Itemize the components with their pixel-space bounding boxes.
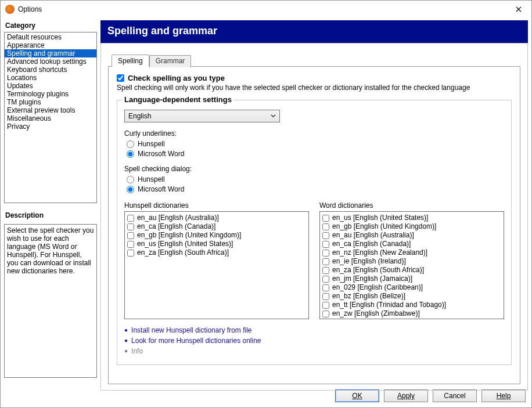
list-item[interactable]: en_nz [English (New Zealand)] xyxy=(322,248,501,257)
list-item-checkbox[interactable] xyxy=(322,250,329,257)
word-dict-list[interactable]: en_us [English (United States)]en_gb [En… xyxy=(319,211,504,319)
hunspell-dict-list[interactable]: en_au [English (Australia)]en_ca [Englis… xyxy=(124,211,309,319)
list-item[interactable]: en_ca [English (Canada)] xyxy=(127,222,306,231)
window-title: Options xyxy=(18,5,42,13)
curly-hunspell-label: Hunspell xyxy=(138,140,165,148)
list-item-label: en_za [English (South Africa)] xyxy=(332,266,424,275)
list-item-checkbox[interactable] xyxy=(322,232,329,239)
list-item-checkbox[interactable] xyxy=(127,241,134,248)
list-item-label: en_ie [English (Ireland)] xyxy=(332,257,406,266)
list-item-checkbox[interactable] xyxy=(322,215,329,222)
list-item[interactable]: en_au [English (Australia)] xyxy=(127,214,306,222)
category-label: Category xyxy=(5,21,97,30)
list-item[interactable]: en_bz [English (Belize)] xyxy=(322,292,501,301)
category-item[interactable]: Advanced lookup settings xyxy=(5,57,96,66)
category-item[interactable]: Miscellaneous xyxy=(5,114,96,122)
ok-button-label: OK xyxy=(352,392,362,400)
list-item-label: en_us [English (United States)] xyxy=(137,240,233,248)
category-item[interactable]: Appearance xyxy=(5,41,96,49)
tabpanel-spelling: Check spelling as you type Spell checkin… xyxy=(108,66,520,384)
category-item[interactable]: Privacy xyxy=(5,122,96,131)
dialog-word-label: Microsoft Word xyxy=(138,185,184,193)
category-item[interactable]: Spelling and grammar xyxy=(5,49,96,57)
list-item[interactable]: en_ie [English (Ireland)] xyxy=(322,257,501,266)
dialog-hunspell-label: Hunspell xyxy=(138,175,165,183)
list-item[interactable]: en_jm [English (Jamaica)] xyxy=(322,275,501,283)
list-item-label: en_za [English (South Africa)] xyxy=(137,248,229,257)
category-item[interactable]: Keyboard shortcuts xyxy=(5,66,96,74)
list-item[interactable]: en_ca [English (Canada)] xyxy=(322,240,501,248)
dialog-word-radio[interactable] xyxy=(127,186,134,193)
list-item-label: en_029 [English (Caribbean)] xyxy=(332,283,423,292)
list-item-checkbox[interactable] xyxy=(322,302,329,309)
list-item[interactable]: en_us [English (United States)] xyxy=(127,240,306,248)
list-item-checkbox[interactable] xyxy=(322,284,329,291)
list-item-checkbox[interactable] xyxy=(127,215,134,222)
language-settings-legend: Language-dependent settings xyxy=(122,95,234,104)
curly-word-row[interactable]: Microsoft Word xyxy=(127,150,504,158)
sidebar: Category Default resourcesAppearanceSpel… xyxy=(4,20,97,385)
category-item[interactable]: Updates xyxy=(5,82,96,90)
category-item[interactable]: Locations xyxy=(5,74,96,82)
list-item-checkbox[interactable] xyxy=(127,250,134,257)
dialog-label: Spell checking dialog: xyxy=(124,165,504,173)
list-item-checkbox[interactable] xyxy=(322,258,329,265)
list-item-label: en_nz [English (New Zealand)] xyxy=(332,248,427,257)
category-item[interactable]: TM plugins xyxy=(5,98,96,106)
list-item-checkbox[interactable] xyxy=(127,223,134,230)
list-item-checkbox[interactable] xyxy=(322,276,329,283)
cancel-button[interactable]: Cancel xyxy=(433,389,477,402)
install-dictionary-link[interactable]: Install new Hunspell dictionary from fil… xyxy=(131,325,251,335)
dialog-word-row[interactable]: Microsoft Word xyxy=(127,185,504,193)
list-item-checkbox[interactable] xyxy=(322,293,329,300)
list-item-label: en_us [English (United States)] xyxy=(332,214,428,222)
list-item-checkbox[interactable] xyxy=(127,232,134,239)
list-item[interactable]: en_gb [English (United Kingdom)] xyxy=(127,231,306,240)
dialog-hunspell-row[interactable]: Hunspell xyxy=(127,175,504,183)
description-label: Description xyxy=(5,211,97,219)
page-title: Spelling and grammar xyxy=(100,20,528,43)
info-link: Info xyxy=(131,346,143,356)
list-item[interactable]: en_za [English (South Africa)] xyxy=(127,248,306,257)
close-icon xyxy=(516,6,522,12)
ok-button[interactable]: OK xyxy=(335,389,379,402)
list-item[interactable]: en_us [English (United States)] xyxy=(322,214,501,222)
tab-spelling[interactable]: Spelling xyxy=(112,55,149,67)
titlebar: Options xyxy=(1,1,531,18)
category-list[interactable]: Default resourcesAppearanceSpelling and … xyxy=(4,32,97,203)
list-item[interactable]: en_za [English (South Africa)] xyxy=(322,266,501,275)
check-spelling-as-you-type[interactable] xyxy=(117,74,124,82)
list-item-checkbox[interactable] xyxy=(322,310,329,317)
apply-button[interactable]: Apply xyxy=(384,389,428,402)
list-item[interactable]: en_tt [English (Trinidad and Tobago)] xyxy=(322,301,501,309)
curly-hunspell-radio[interactable] xyxy=(127,140,134,148)
tab-grammar[interactable]: Grammar xyxy=(149,55,192,67)
curly-hunspell-row[interactable]: Hunspell xyxy=(127,140,504,148)
app-icon xyxy=(5,5,15,14)
category-item[interactable]: Terminology plugins xyxy=(5,90,96,98)
list-item-label: en_gb [English (United Kingdom)] xyxy=(137,231,241,240)
list-item[interactable]: en_029 [English (Caribbean)] xyxy=(322,283,501,292)
check-spelling-as-you-type-label: Check spelling as you type xyxy=(128,74,225,82)
list-item-checkbox[interactable] xyxy=(322,241,329,248)
list-item[interactable]: en_gb [English (United Kingdom)] xyxy=(322,222,501,231)
bullet-icon: ● xyxy=(124,325,128,335)
bullet-icon: ● xyxy=(124,335,128,346)
category-item[interactable]: External preview tools xyxy=(5,106,96,114)
description-text: Select the spell checker you wish to use… xyxy=(4,224,97,378)
list-item-label: en_gb [English (United Kingdom)] xyxy=(332,222,436,231)
curly-underlines-label: Curly underlines: xyxy=(124,129,504,138)
list-item[interactable]: en_au [English (Australia)] xyxy=(322,231,501,240)
list-item-label: en_zw [English (Zimbabwe)] xyxy=(332,309,420,318)
help-button[interactable]: Help xyxy=(481,389,526,402)
curly-word-radio[interactable] xyxy=(127,150,134,158)
language-dropdown[interactable]: English xyxy=(124,110,280,122)
dialog-hunspell-radio[interactable] xyxy=(127,176,134,183)
lookfor-dictionaries-link[interactable]: Look for more Hunspell dictionaries onli… xyxy=(131,335,261,346)
list-item-label: en_tt [English (Trinidad and Tobago)] xyxy=(332,301,446,309)
list-item-checkbox[interactable] xyxy=(322,267,329,274)
close-button[interactable] xyxy=(505,1,531,18)
list-item[interactable]: en_zw [English (Zimbabwe)] xyxy=(322,309,501,318)
list-item-checkbox[interactable] xyxy=(322,223,329,230)
category-item[interactable]: Default resources xyxy=(5,33,96,41)
